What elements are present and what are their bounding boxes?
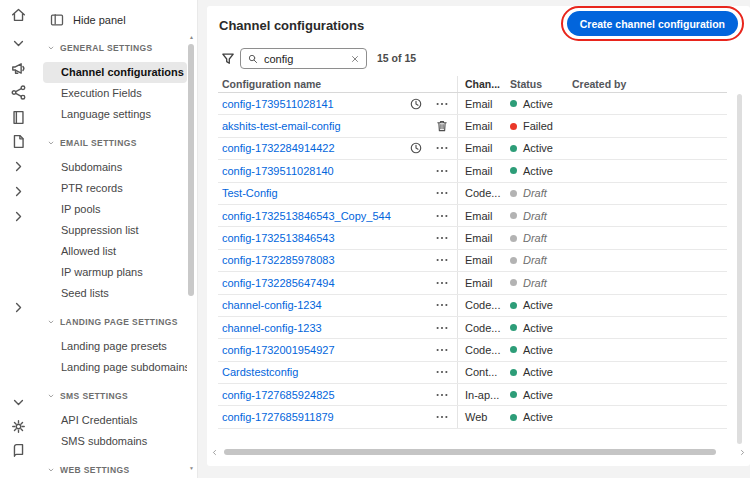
sidebar-item-ip-pools[interactable]: IP pools xyxy=(43,199,187,220)
config-link[interactable]: config-1732285647494 xyxy=(222,277,335,289)
config-link[interactable]: Cardstestconfig xyxy=(222,366,298,378)
table-vertical-scrollbar-thumb[interactable] xyxy=(737,94,742,444)
rail-document-button[interactable] xyxy=(8,131,29,152)
rail-chevron-right-button[interactable] xyxy=(8,181,29,202)
config-link[interactable]: config-1732513846543 xyxy=(222,232,335,244)
filter-icon[interactable] xyxy=(220,51,236,67)
more-actions-icon[interactable] xyxy=(435,365,449,379)
config-link[interactable]: config-1739511028140 xyxy=(222,165,334,177)
sidebar-item-language-settings[interactable]: Language settings xyxy=(43,104,187,125)
more-actions-icon[interactable] xyxy=(435,231,449,245)
scroll-down-icon[interactable]: ▼ xyxy=(188,465,195,472)
channel-value: Email xyxy=(465,165,493,177)
config-link[interactable]: config-1727685924825 xyxy=(222,389,335,401)
hide-panel-button[interactable]: Hide panel xyxy=(37,0,197,30)
sidebar-item-ip-warmup-plans[interactable]: IP warmup plans xyxy=(43,262,187,283)
search-input[interactable] xyxy=(264,53,345,65)
rail-chevron-right-button[interactable] xyxy=(8,156,29,177)
clear-search-icon[interactable] xyxy=(350,54,360,64)
config-link[interactable]: channel-config-1234 xyxy=(222,299,322,311)
section-header-general-settings[interactable]: GENERAL SETTINGS xyxy=(47,42,197,54)
rail-help-book-button[interactable] xyxy=(8,440,29,461)
status-label: Active xyxy=(523,366,553,378)
create-channel-configuration-button[interactable]: Create channel configuration xyxy=(567,11,738,36)
chevron-down-icon xyxy=(47,392,55,400)
more-actions-icon[interactable] xyxy=(435,186,449,200)
more-actions-icon[interactable] xyxy=(435,141,449,155)
sidebar-item-seed-lists[interactable]: Seed lists xyxy=(43,283,187,304)
rail-home-button[interactable] xyxy=(8,4,29,25)
more-actions-icon[interactable] xyxy=(435,253,449,267)
rail-gear-button[interactable] xyxy=(8,416,29,437)
sidebar-item-allowed-list[interactable]: Allowed list xyxy=(43,241,187,262)
home-icon xyxy=(10,6,27,23)
config-link[interactable]: config-1739511028141 xyxy=(222,98,334,110)
sidebar-item-sms-subdomains[interactable]: SMS subdomains xyxy=(43,431,187,452)
sidebar-item-channel-configurations[interactable]: Channel configurations xyxy=(43,62,187,83)
more-actions-icon[interactable] xyxy=(435,276,449,290)
section-header-email-settings[interactable]: EMAIL SETTINGS xyxy=(47,137,197,149)
rail-megaphone-button[interactable] xyxy=(8,58,29,79)
scroll-left-icon[interactable] xyxy=(210,447,219,458)
more-actions-icon[interactable] xyxy=(435,321,449,335)
more-actions-icon[interactable] xyxy=(435,209,449,223)
config-link[interactable]: config-1732284914422 xyxy=(222,142,335,154)
more-actions-icon[interactable] xyxy=(435,164,449,178)
sidebar-scrollbar-thumb[interactable] xyxy=(188,44,194,296)
sidebar-item-execution-fields[interactable]: Execution Fields xyxy=(43,83,187,104)
search-box[interactable] xyxy=(240,48,367,69)
table-row: config-1727685911879WebActive xyxy=(218,406,727,428)
rail-chevron-down-button[interactable] xyxy=(8,33,29,54)
config-link[interactable]: akshits-test-email-config xyxy=(222,120,341,132)
scroll-up-icon[interactable]: ▲ xyxy=(188,34,195,41)
column-header[interactable]: Created by xyxy=(572,78,727,90)
sidebar-scrollbar[interactable]: ▲ ▼ xyxy=(187,34,196,472)
horizontal-scrollbar-track[interactable] xyxy=(222,448,735,456)
megaphone-icon xyxy=(10,60,27,77)
more-actions-icon[interactable] xyxy=(435,388,449,402)
rail-chevron-right-button[interactable] xyxy=(8,206,29,227)
sidebar-item-landing-page-subdomains[interactable]: Landing page subdomains xyxy=(43,357,187,378)
rail-chevron-down-button[interactable] xyxy=(8,392,29,413)
rail-share-nodes-button[interactable] xyxy=(8,82,29,103)
config-link[interactable]: config-1732285978083 xyxy=(222,254,335,266)
channel-value: Email xyxy=(465,277,493,289)
table-vertical-scrollbar[interactable] xyxy=(736,94,743,444)
section-header-web-settings[interactable]: WEB SETTINGS xyxy=(47,464,197,476)
more-actions-icon[interactable] xyxy=(435,410,449,424)
column-header[interactable]: Status xyxy=(510,78,572,90)
section-label: WEB SETTINGS xyxy=(60,465,130,475)
column-header[interactable]: Configuration name xyxy=(218,78,406,90)
section-header-sms-settings[interactable]: SMS SETTINGS xyxy=(47,390,197,402)
hide-panel-label: Hide panel xyxy=(73,14,126,26)
clock-icon xyxy=(409,97,423,111)
config-link[interactable]: config-1732513846543_Copy_544 xyxy=(222,210,391,222)
rail-chevron-right-button[interactable] xyxy=(8,297,29,318)
status-label: Draft xyxy=(523,254,547,266)
horizontal-scrollbar-thumb[interactable] xyxy=(224,449,716,455)
scroll-right-icon[interactable] xyxy=(738,447,747,458)
sidebar-item-landing-page-presets[interactable]: Landing page presets xyxy=(43,336,187,357)
column-header[interactable]: Chan... xyxy=(457,76,510,92)
section-header-landing-page-settings[interactable]: LANDING PAGE SETTINGS xyxy=(47,316,197,328)
channel-value: Email xyxy=(465,142,493,154)
sidebar-item-subdomains[interactable]: Subdomains xyxy=(43,157,187,178)
chevron-right-icon xyxy=(10,183,27,200)
delete-icon[interactable] xyxy=(435,119,449,133)
config-link[interactable]: channel-config-1233 xyxy=(222,322,322,334)
status-label: Draft xyxy=(523,210,547,222)
channel-value: Email xyxy=(465,98,493,110)
config-link[interactable]: config-1727685911879 xyxy=(222,411,334,423)
more-actions-icon[interactable] xyxy=(435,97,449,111)
status-label: Active xyxy=(523,344,553,356)
channel-value: Code... xyxy=(465,187,500,199)
more-actions-icon[interactable] xyxy=(435,298,449,312)
rail-book-button[interactable] xyxy=(8,107,29,128)
sidebar-item-ptr-records[interactable]: PTR records xyxy=(43,178,187,199)
config-link[interactable]: Test-Config xyxy=(222,187,278,199)
horizontal-scrollbar[interactable] xyxy=(210,446,747,458)
config-link[interactable]: config-1732001954927 xyxy=(222,344,335,356)
sidebar-item-suppression-list[interactable]: Suppression list xyxy=(43,220,187,241)
more-actions-icon[interactable] xyxy=(435,343,449,357)
sidebar-item-api-credentials[interactable]: API Credentials xyxy=(43,410,187,431)
